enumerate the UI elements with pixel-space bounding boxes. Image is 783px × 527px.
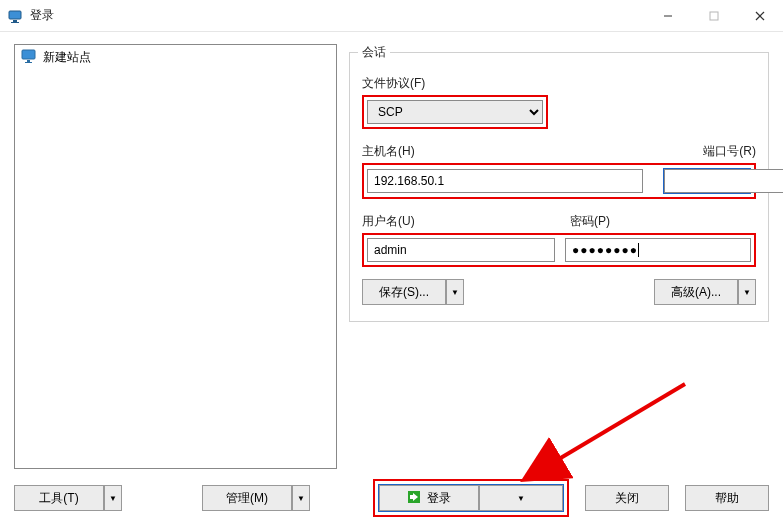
site-list[interactable]: 新建站点 [14,44,337,469]
svg-rect-7 [22,50,35,59]
monitor-icon [21,48,37,67]
login-button[interactable]: 登录 [379,485,479,511]
session-legend: 会话 [358,44,390,61]
save-dropdown-button[interactable]: ▼ [446,279,464,305]
bottom-bar: 工具(T) ▼ 管理(M) ▼ [14,469,769,517]
port-input[interactable] [664,169,783,193]
username-input[interactable] [367,238,555,262]
port-label: 端口号(R) [703,143,756,160]
save-button-group: 保存(S)... ▼ [362,279,464,305]
minimize-button[interactable] [645,0,691,32]
chevron-down-icon: ▼ [297,494,305,503]
tools-button-group: 工具(T) ▼ [14,485,122,511]
text-caret [638,243,639,257]
tools-dropdown-button[interactable]: ▼ [104,485,122,511]
username-label: 用户名(U) [362,213,558,230]
password-value: ●●●●●●●● [572,243,638,257]
password-input[interactable]: ●●●●●●●● [565,238,751,262]
svg-line-10 [527,384,685,478]
password-label: 密码(P) [570,213,610,230]
chevron-down-icon: ▼ [109,494,117,503]
svg-rect-1 [13,20,17,22]
manage-button[interactable]: 管理(M) [202,485,292,511]
login-icon [407,490,421,507]
chevron-down-icon: ▼ [517,494,525,503]
site-item-label: 新建站点 [43,49,91,66]
host-input[interactable] [367,169,643,193]
chevron-down-icon: ▼ [451,288,459,297]
svg-rect-9 [25,62,32,63]
svg-rect-0 [9,11,21,19]
login-button-label: 登录 [427,490,451,507]
host-label: 主机名(H) [362,143,415,160]
help-button[interactable]: 帮助 [685,485,769,511]
titlebar: 登录 [0,0,783,32]
save-button[interactable]: 保存(S)... [362,279,446,305]
advanced-dropdown-button[interactable]: ▼ [738,279,756,305]
maximize-button[interactable] [691,0,737,32]
protocol-select[interactable]: SCP [367,100,543,124]
close-window-button[interactable] [737,0,783,32]
advanced-button[interactable]: 高级(A)... [654,279,738,305]
advanced-button-group: 高级(A)... ▼ [654,279,756,305]
tools-button[interactable]: 工具(T) [14,485,104,511]
site-item-new[interactable]: 新建站点 [15,45,336,70]
manage-dropdown-button[interactable]: ▼ [292,485,310,511]
svg-rect-2 [11,22,19,23]
chevron-down-icon: ▼ [743,288,751,297]
app-icon [8,8,24,24]
window-title: 登录 [30,7,54,24]
svg-rect-8 [27,60,30,62]
manage-button-group: 管理(M) ▼ [202,485,310,511]
svg-rect-4 [710,12,718,20]
protocol-label: 文件协议(F) [362,75,756,92]
close-button[interactable]: 关闭 [585,485,669,511]
login-dropdown-button[interactable]: ▼ [479,485,563,511]
session-group: 会话 文件协议(F) SCP 主机名(H) 端口号(R) [349,52,769,322]
